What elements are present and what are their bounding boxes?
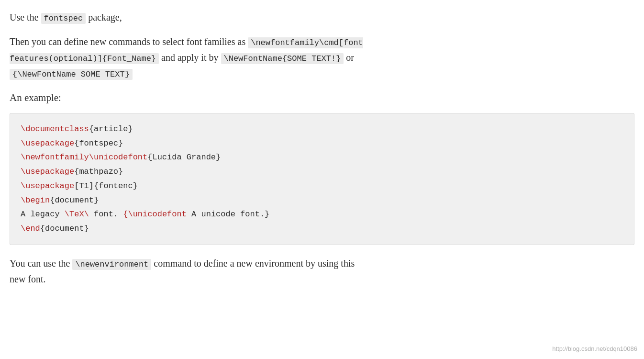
code-line-5: \usepackage[T1]{fontenc} xyxy=(21,179,623,193)
code-line-6: \begin{document} xyxy=(21,193,623,208)
code-block: \documentclass{article} \usepackage{font… xyxy=(10,113,634,245)
cmd-tex: \TeX\ xyxy=(65,210,89,219)
intro-then-text: Then you can define new commands to sele… xyxy=(10,36,245,47)
page-container: Use the fontspec package, Then you can d… xyxy=(10,10,634,287)
cmd-unicodefont: {\unicodefont xyxy=(123,210,187,219)
intro-apply-text: and apply it by xyxy=(161,52,221,63)
intro-paragraph-2: Then you can define new commands to sele… xyxy=(10,34,634,81)
intro-text-before: Use the xyxy=(10,12,39,22)
cmd-documentclass: \documentclass xyxy=(21,124,89,134)
example-label: An example: xyxy=(10,90,634,106)
code-line-2: \usepackage{fontspec} xyxy=(21,136,623,151)
intro-text-after: package, xyxy=(88,12,122,22)
newfontname-code: \NewFontName{SOME TEXT!} xyxy=(221,53,344,64)
code-line-4: \usepackage{mathpazo} xyxy=(21,165,623,179)
code-line-3: \newfontfamily\unicodefont{Lucida Grande… xyxy=(21,150,623,165)
cmd-usepackage-2: \usepackage xyxy=(21,167,74,176)
intro-paragraph-1: Use the fontspec package, xyxy=(10,10,634,25)
code-line-1: \documentclass{article} xyxy=(21,122,623,136)
cmd-end: \end xyxy=(21,224,40,233)
code-line-7: A legacy \TeX\ font. {\unicodefont A uni… xyxy=(21,207,623,222)
intro-or-text: or xyxy=(346,52,354,63)
newfontname-alt-code: {\NewFontName SOME TEXT} xyxy=(10,69,133,80)
footer-text-before: You can use the xyxy=(10,258,70,269)
cmd-usepackage-1: \usepackage xyxy=(21,139,74,148)
code-line-8: \end{document} xyxy=(21,222,623,236)
cmd-begin: \begin xyxy=(21,196,50,205)
footer-paragraph: You can use the \newenvironment command … xyxy=(10,256,634,287)
watermark: http://blog.csdn.net/cdqn10086 xyxy=(552,344,637,354)
cmd-usepackage-3: \usepackage xyxy=(21,181,74,191)
fontspec-code: fontspec xyxy=(41,13,86,24)
newenvironment-code: \newenvironment xyxy=(72,259,151,270)
cmd-newfontfamily: \newfontfamily\unicodefont xyxy=(21,153,147,162)
